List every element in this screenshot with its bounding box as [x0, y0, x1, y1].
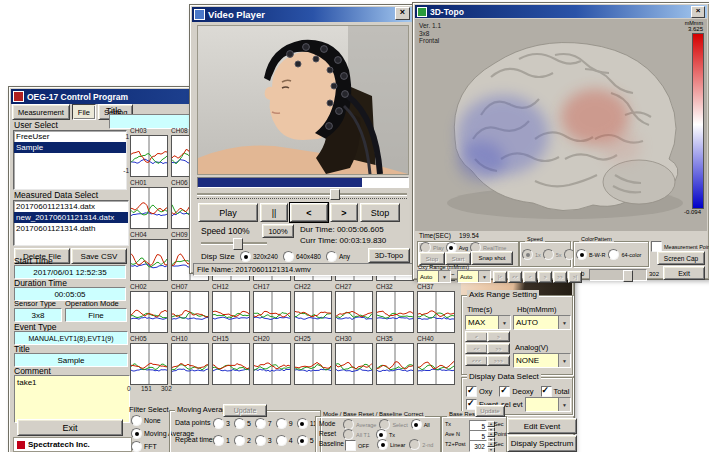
- stop-button[interactable]: Stop: [360, 203, 400, 222]
- data-points-label: Data points: [175, 419, 210, 426]
- disp-size-any[interactable]: Any: [326, 251, 350, 262]
- channel-label: CH15: [212, 335, 250, 343]
- tab-measurement[interactable]: Measurement: [12, 104, 70, 120]
- data-file-item[interactable]: 20170601121314.dath: [14, 223, 128, 234]
- base-reset-row-unit: Point: [494, 431, 507, 437]
- oxy-range-to-dropdown[interactable]: Auto▼: [457, 270, 491, 283]
- axis-nav-button: >>>: [487, 355, 510, 366]
- axis-range-label: Axis Range Setting: [467, 290, 539, 299]
- repeat-times-2[interactable]: 2: [234, 435, 251, 446]
- dropdown-arrow-icon[interactable]: ▼: [438, 271, 450, 282]
- base-reset-row-label: T2+Post: [445, 441, 466, 447]
- play-button[interactable]: Play: [198, 203, 258, 222]
- save-csv-button[interactable]: Save CSV: [71, 248, 127, 264]
- brain-3d-view[interactable]: Ver. 1.1 3x8 Frontal mMmm 3.625 -0.094: [415, 19, 707, 231]
- data-file-item[interactable]: 20170601121314.datx: [14, 201, 128, 212]
- speed-slider[interactable]: [201, 238, 267, 248]
- speed-reset-button[interactable]: 100%: [262, 224, 294, 238]
- repeat-times-5[interactable]: 5: [297, 435, 314, 446]
- axis-nav-button: >: [487, 331, 510, 342]
- color-pattern-label: B-W-R: [589, 252, 605, 258]
- color-pattern-64-color[interactable]: 64-color: [608, 249, 641, 260]
- data-points-9[interactable]: 9: [276, 418, 293, 429]
- baseline-label: Baseline: [319, 440, 344, 447]
- filter-select-label: Filter Select: [129, 405, 169, 414]
- channel-label: CH30: [335, 335, 373, 343]
- radio-icon: [240, 251, 251, 262]
- edit-event-button[interactable]: Edit Event: [507, 418, 577, 434]
- channel-plot: [376, 291, 414, 333]
- topo-button[interactable]: 3D-Topo: [368, 248, 410, 263]
- data-select-list[interactable]: 20170601121314.datxnew_20170601121314.da…: [13, 200, 129, 246]
- display-spectrum-button[interactable]: Dispaly Spectrum: [507, 435, 577, 452]
- repeat-times-4[interactable]: 4: [276, 435, 293, 446]
- radio-icon: [213, 418, 224, 429]
- base-reset-spinner[interactable]: 302▲▼: [469, 440, 495, 452]
- user-select-list[interactable]: FreeUserSample: [13, 130, 127, 190]
- baseline-label: 2-nd: [422, 442, 433, 448]
- baseline-off-checkbox[interactable]: OFF: [345, 440, 369, 451]
- dropdown-arrow-icon[interactable]: ▼: [558, 398, 570, 411]
- data-points-7[interactable]: 7: [255, 418, 272, 429]
- radio-icon: [131, 415, 142, 426]
- comment-input[interactable]: take1: [14, 375, 130, 423]
- step-back-button[interactable]: <: [290, 203, 328, 222]
- video-titlebar[interactable]: Video Player: [192, 7, 412, 22]
- base-reset-row-label: Ave N: [445, 431, 460, 437]
- colorbar: [692, 33, 704, 209]
- mode-all[interactable]: All: [411, 419, 430, 430]
- topo-snapshot-button[interactable]: Snap shot: [471, 251, 513, 265]
- data-file-item[interactable]: new_20170601121314.datx: [14, 212, 128, 223]
- seek-thumb[interactable]: [330, 189, 340, 200]
- time-range-dropdown[interactable]: MAX▼: [465, 315, 511, 330]
- data-points-11[interactable]: 11: [297, 418, 317, 429]
- step-forward-button[interactable]: >: [330, 203, 358, 222]
- analog-dropdown[interactable]: NONE▼: [513, 353, 571, 368]
- data-points-options: 357911: [213, 418, 317, 429]
- dropdown-arrow-icon[interactable]: ▼: [498, 316, 510, 329]
- screen-cap-button[interactable]: Screen Cap: [657, 251, 705, 265]
- oxy-range-from-dropdown[interactable]: Auto▼: [417, 270, 451, 283]
- disp-size-640x480[interactable]: 640x480: [283, 251, 321, 262]
- spinner-down-icon[interactable]: ▼: [487, 447, 495, 452]
- repeat-times-1[interactable]: 1: [213, 435, 230, 446]
- channel-plot: [130, 135, 168, 177]
- dropdown-arrow-icon[interactable]: ▼: [558, 316, 570, 329]
- channel-label: CH22: [294, 283, 332, 291]
- data-points-5[interactable]: 5: [234, 418, 251, 429]
- topo-titlebar[interactable]: 3D-Topo: [415, 5, 707, 18]
- tab-file[interactable]: File: [72, 104, 96, 120]
- close-icon[interactable]: ×: [691, 6, 705, 18]
- video-seek-slider[interactable]: [197, 189, 407, 199]
- sel-evt-dropdown[interactable]: ▼: [525, 397, 571, 412]
- color-pattern-b-w-r[interactable]: B-W-R: [576, 249, 605, 260]
- speed-thumb[interactable]: [233, 238, 243, 250]
- topo-exit-button[interactable]: Exit: [663, 266, 705, 280]
- channel-cell-ch17: CH17: [253, 283, 291, 333]
- channel-cell-ch04: CH04: [130, 231, 168, 281]
- hb-range-dropdown[interactable]: AUTO▼: [513, 315, 571, 330]
- radio-icon: [276, 418, 287, 429]
- reset-label: Tx: [389, 432, 395, 438]
- display-check-total[interactable]: Total: [541, 386, 570, 397]
- pause-button[interactable]: ||: [260, 203, 288, 222]
- radio-icon: [576, 249, 587, 260]
- close-icon[interactable]: ×: [395, 7, 410, 20]
- axis-nav-button: <: [465, 331, 488, 342]
- baseline-linear[interactable]: Linear: [377, 439, 405, 450]
- user-list-item[interactable]: Sample: [14, 142, 126, 153]
- exit-button[interactable]: Exit: [17, 419, 123, 436]
- topo-frame-slider[interactable]: [589, 269, 647, 281]
- dropdown-arrow-icon[interactable]: ▼: [478, 271, 490, 282]
- display-check-deoxy[interactable]: Deoxy: [499, 386, 533, 397]
- disp-size-320x240[interactable]: 320x240: [240, 251, 278, 262]
- dropdown-arrow-icon[interactable]: ▼: [558, 354, 570, 367]
- channel-plot: [130, 291, 168, 333]
- topo-slider-thumb[interactable]: [623, 270, 633, 282]
- data-points-3[interactable]: 3: [213, 418, 230, 429]
- channel-cell-ch12: CH12: [212, 283, 250, 333]
- repeat-times-3[interactable]: 3: [255, 435, 272, 446]
- channel-plot: [335, 291, 373, 333]
- user-list-item[interactable]: FreeUser: [14, 131, 126, 142]
- display-check-oxy[interactable]: Oxy: [466, 386, 492, 397]
